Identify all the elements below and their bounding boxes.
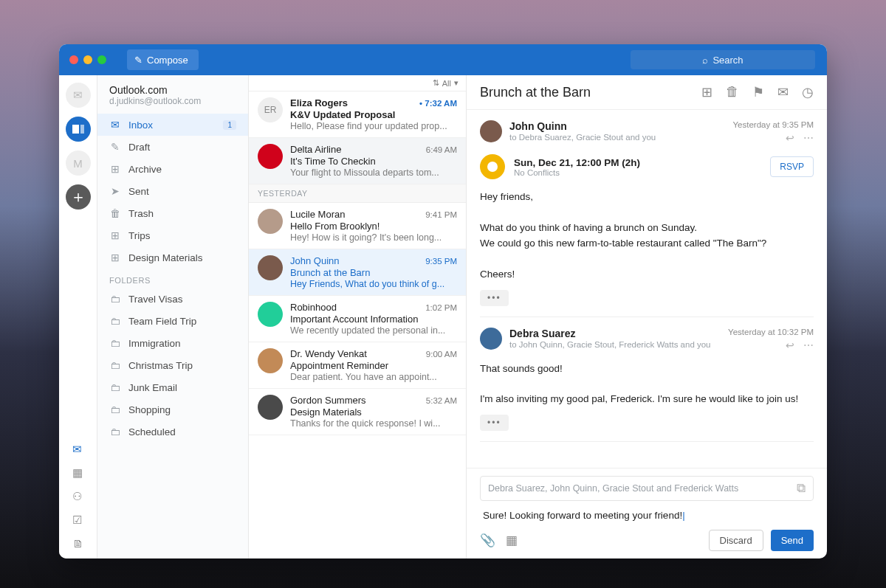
- unread-badge: 1: [223, 120, 236, 130]
- folder-icon: 🗀: [109, 293, 121, 305]
- message-preview: Hey Friends, What do you think of g...: [290, 279, 457, 289]
- popout-icon[interactable]: ⧉: [797, 481, 806, 496]
- attach-icon[interactable]: 📎: [480, 533, 495, 548]
- message-item[interactable]: Lucile Moran 9:41 PM Hello From Brooklyn…: [249, 203, 466, 249]
- folders-header: FOLDERS: [97, 269, 248, 288]
- sidebar-item-label: Trash: [128, 208, 154, 219]
- folder-immigration[interactable]: 🗀 Immigration: [97, 332, 248, 354]
- add-account[interactable]: ＋: [66, 184, 91, 210]
- message-from: Robinhood: [290, 302, 337, 313]
- group-header: YESTERDAY: [249, 184, 466, 203]
- folder-icon: 🗀: [109, 315, 121, 327]
- folder-icon: 🗀: [109, 404, 121, 415]
- sidebar-item-label: Trips: [128, 230, 151, 241]
- nav-people-icon[interactable]: ⚇: [72, 490, 83, 503]
- message-body: Hey friends, What do you think of having…: [480, 190, 814, 283]
- compose-button[interactable]: ✎ Compose: [127, 49, 199, 70]
- sidebar-item-sent[interactable]: ➤ Sent: [97, 180, 248, 202]
- send-button[interactable]: Send: [771, 530, 814, 551]
- message-preview: We recently updated the personal in...: [290, 325, 457, 336]
- sidebar-item-draft[interactable]: ✎ Draft: [97, 136, 248, 158]
- compose-icon: ✎: [134, 55, 142, 66]
- message-time: 5:32 AM: [426, 396, 457, 405]
- sidebar-item-label: Sent: [128, 186, 149, 197]
- folder-label: Christmas Trip: [128, 360, 193, 371]
- nav-calendar-icon[interactable]: ▦: [72, 466, 83, 480]
- account-email: d.judkins@outlook.com: [109, 96, 236, 106]
- message-item[interactable]: ER Eliza Rogers 7:32 AM K&V Updated Prop…: [249, 91, 466, 138]
- expand-quoted[interactable]: •••: [480, 415, 509, 431]
- message-subject: Design Materials: [290, 407, 457, 418]
- reply-to-field[interactable]: Debra Suarez, John Quinn, Gracie Stout a…: [480, 476, 814, 501]
- more-icon[interactable]: ⋯: [803, 339, 814, 351]
- maximize-window[interactable]: [97, 55, 106, 64]
- message-time: 1:02 PM: [425, 303, 457, 312]
- more-icon[interactable]: ⋯: [803, 132, 814, 144]
- sidebar-item-trips[interactable]: ⊞ Trips: [97, 224, 248, 246]
- reply-composer: Debra Suarez, John Quinn, Gracie Stout a…: [467, 468, 827, 558]
- chevron-down-icon: ▾: [454, 78, 459, 88]
- message-from: John Quinn: [290, 255, 340, 266]
- message-item[interactable]: Delta Airline 6:49 AM It's Time To Check…: [249, 138, 466, 184]
- sidebar-item-label: Design Materials: [128, 252, 203, 263]
- nav-notes-icon[interactable]: 🗎: [72, 537, 83, 550]
- svg-rect-1: [80, 125, 84, 134]
- account-outlook[interactable]: [66, 117, 91, 142]
- close-window[interactable]: [69, 55, 78, 64]
- author-name: Debra Suarez: [509, 328, 711, 339]
- sender-avatar: [258, 255, 283, 280]
- discard-button[interactable]: Discard: [709, 530, 763, 551]
- message-subject: K&V Updated Proposal: [290, 109, 457, 120]
- message-item[interactable]: John Quinn 9:35 PM Brunch at the Barn He…: [249, 249, 466, 296]
- author-avatar: [480, 120, 502, 142]
- message-subject: It's Time To Checkin: [290, 156, 457, 167]
- sidebar-item-inbox[interactable]: ✉ Inbox1: [97, 114, 248, 136]
- folder-icon: ✎: [109, 141, 121, 153]
- sidebar-item-label: Archive: [128, 164, 162, 175]
- insert-icon[interactable]: ▦: [506, 533, 518, 548]
- sender-avatar: [258, 348, 283, 373]
- reply-body[interactable]: Sure! Looking forward to meeting your fr…: [480, 501, 814, 530]
- folder-team-field-trip[interactable]: 🗀 Team Field Trip: [97, 310, 248, 332]
- folder-icon: ⊞: [109, 229, 121, 241]
- reply-icon[interactable]: ↩: [786, 132, 794, 144]
- folder-christmas-trip[interactable]: 🗀 Christmas Trip: [97, 354, 248, 376]
- reply-icon[interactable]: ↩: [786, 339, 794, 351]
- folder-travel-visas[interactable]: 🗀 Travel Visas: [97, 288, 248, 310]
- archive-icon[interactable]: ⊞: [701, 84, 712, 100]
- sidebar-item-label: Inbox: [128, 120, 153, 131]
- minimize-window[interactable]: [83, 55, 92, 64]
- snooze-icon[interactable]: ◷: [802, 84, 814, 100]
- account-header[interactable]: Outlook.com d.judkins@outlook.com: [97, 81, 248, 114]
- message-from: Dr. Wendy Venkat: [290, 348, 367, 359]
- sidebar-item-archive[interactable]: ⊞ Archive: [97, 158, 248, 180]
- message-item[interactable]: Gordon Summers 5:32 AM Design Materials …: [249, 389, 466, 435]
- account-gmail[interactable]: M: [66, 151, 91, 176]
- flag-icon[interactable]: ⚑: [752, 84, 764, 100]
- message-preview: Dear patient. You have an appoint...: [290, 372, 457, 382]
- filter-label: All: [442, 79, 451, 88]
- expand-quoted[interactable]: •••: [480, 290, 509, 306]
- delete-icon[interactable]: 🗑: [726, 84, 739, 100]
- window-controls: [69, 55, 106, 64]
- recipients: to Debra Suarez, Gracie Stout and you: [509, 133, 656, 142]
- account-avatar-1[interactable]: ✉: [66, 83, 91, 108]
- folder-scheduled[interactable]: 🗀 Scheduled: [97, 421, 248, 443]
- nav-mail-icon[interactable]: ✉: [72, 443, 83, 456]
- message-timestamp: Yesterday at 10:32 PM: [728, 328, 814, 336]
- sender-avatar: [258, 209, 283, 234]
- folder-junk-email[interactable]: 🗀 Junk Email: [97, 376, 248, 398]
- folder-shopping[interactable]: 🗀 Shopping: [97, 398, 248, 421]
- sidebar-item-trash[interactable]: 🗑 Trash: [97, 202, 248, 224]
- filter-bar[interactable]: ⇅ All ▾: [249, 75, 466, 91]
- message-item[interactable]: Dr. Wendy Venkat 9:00 AM Appointment Rem…: [249, 342, 466, 389]
- search-input[interactable]: ⌕ Search: [631, 50, 815, 69]
- mark-read-icon[interactable]: ✉: [777, 84, 789, 100]
- nav-tasks-icon[interactable]: ☑: [72, 513, 83, 527]
- sidebar-item-design-materials[interactable]: ⊞ Design Materials: [97, 246, 248, 269]
- rsvp-button[interactable]: RSVP: [770, 156, 814, 177]
- reader-header: Brunch at the Barn ⊞ 🗑 ⚑ ✉ ◷: [467, 75, 827, 110]
- message-item[interactable]: Robinhood 1:02 PM Important Account Info…: [249, 296, 466, 342]
- compose-label: Compose: [147, 55, 188, 66]
- sender-avatar: [258, 395, 283, 420]
